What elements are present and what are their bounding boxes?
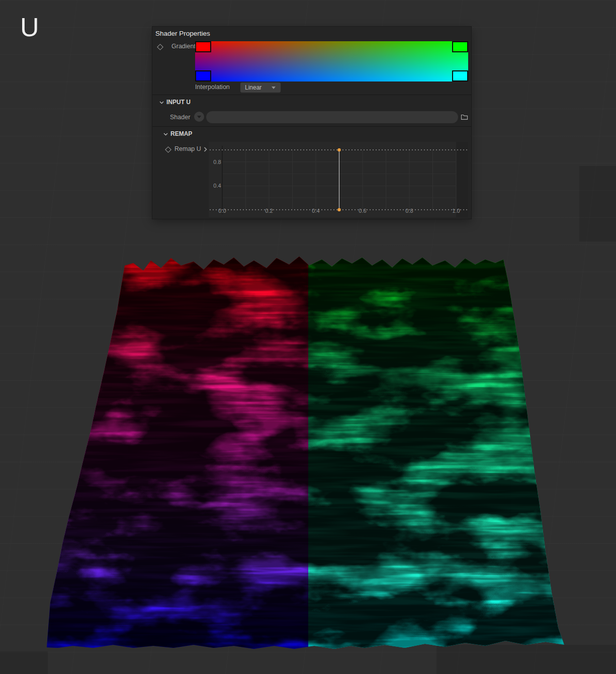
interpolation-dropdown[interactable]: Linear [240,82,281,93]
graph-right-margin [456,142,468,217]
gradient-knot-top-left[interactable] [196,42,211,52]
y-tick-label: 0.8 [213,159,221,165]
x-tick-label: 0.4 [312,208,319,214]
y-tick-label: 0.4 [213,183,221,189]
background-shadow-patch [579,166,616,241]
diamond-icon[interactable] [157,44,163,50]
terrain-rock-streaks [43,250,576,653]
folder-icon[interactable] [461,114,468,120]
interpolation-value: Linear [245,84,261,91]
remap-u-label: Remap U [174,145,201,152]
remap-control-point-high[interactable] [337,148,340,151]
gradient-label: Gradient [171,43,196,50]
shader-label: Shader [170,114,190,121]
gradient-editor[interactable] [195,41,468,81]
panel-title: Shader Properties [155,30,210,37]
shader-properties-panel: Shader Properties Gradient Interpolati [152,27,471,219]
section-input-u[interactable]: INPUT U [166,99,191,106]
shader-dropdown-button[interactable] [194,112,204,122]
gradient-knot-top-right[interactable] [453,42,468,52]
terrain-mesh[interactable] [43,250,576,653]
section-remap[interactable]: REMAP [170,130,192,137]
shader-link-field[interactable] [206,111,458,123]
diamond-icon[interactable] [165,146,171,153]
dropdown-caret-icon [197,116,201,118]
dropdown-caret-icon [272,87,276,89]
x-tick-label: 0.8 [405,208,413,214]
gradient-knot-bottom-left[interactable] [196,71,211,81]
x-tick-label: 0.6 [359,208,366,214]
remap-curve-graph[interactable]: 0.8 0.4 0.0 0.2 0.4 0.6 0.8 1.0 [209,142,468,217]
x-tick-label: 0.0 [218,208,226,214]
interpolation-label: Interpolation [195,83,230,91]
chevron-down-icon[interactable] [159,101,164,104]
x-tick-label: 0.2 [265,208,273,214]
separator [152,126,471,127]
gradient-knot-bottom-right[interactable] [453,71,468,81]
terrain-surface[interactable] [43,250,576,653]
chevron-down-icon[interactable] [163,133,168,136]
background-shadow-patch [0,651,48,674]
separator [152,95,471,95]
viewport-label: U [20,12,40,42]
remap-control-point-low[interactable] [337,208,340,211]
x-tick-label: 1.0 [452,208,460,214]
chevron-right-icon[interactable] [204,147,207,152]
